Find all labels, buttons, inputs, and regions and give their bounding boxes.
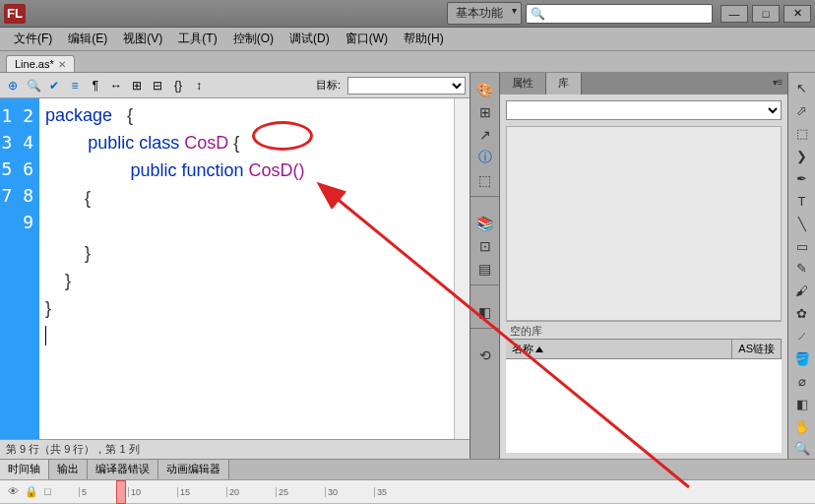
tab-output[interactable]: 输出: [49, 460, 88, 479]
tab-library[interactable]: 库: [546, 73, 582, 94]
tools-panel: ↖ ⬀ ⬚ ❯ ✒ T ╲ ▭ ✎ 🖌 ✿ ⟋ 🪣 ⌀ ◧ ✋ 🔍: [787, 73, 815, 459]
zoom-tool-icon[interactable]: 🔍: [791, 439, 813, 459]
menu-help[interactable]: 帮助(H): [396, 28, 452, 50]
eyedropper-tool-icon[interactable]: ⌀: [791, 371, 813, 391]
tab-properties[interactable]: 属性: [500, 73, 546, 94]
menu-view[interactable]: 视图(V): [115, 28, 170, 50]
outline-icon[interactable]: □: [44, 485, 51, 498]
components-icon[interactable]: ⊡: [474, 235, 496, 257]
maximize-button[interactable]: □: [752, 5, 780, 23]
align-icon[interactable]: ⊞: [474, 101, 496, 123]
menu-window[interactable]: 窗口(W): [338, 28, 396, 50]
goto-icon[interactable]: ↔: [107, 77, 125, 94]
menu-edit[interactable]: 编辑(E): [60, 28, 115, 50]
panel-menu-icon[interactable]: ▾≡: [768, 73, 787, 94]
text-tool-icon[interactable]: T: [791, 191, 813, 211]
find-icon[interactable]: 🔍: [25, 77, 42, 94]
workspace-dropdown[interactable]: 基本功能: [447, 2, 522, 25]
book-icon[interactable]: ⊞: [128, 77, 146, 94]
tab-motion-editor[interactable]: 动画编辑器: [158, 460, 229, 479]
color-icon[interactable]: ◧: [474, 301, 496, 323]
line-gutter: 1 2 3 4 5 6 7 8 9: [0, 98, 39, 439]
check-icon[interactable]: ✔: [45, 77, 63, 94]
close-tab-icon[interactable]: ✕: [58, 59, 66, 70]
eraser-tool-icon[interactable]: ◧: [791, 394, 813, 413]
collapse-icon[interactable]: {}: [169, 77, 187, 94]
library-preview: [506, 126, 782, 321]
dock-column: 🎨 ⊞ ↗ ⓘ ⬚ 📚 ⊡ ▤ ◧ ⟲: [470, 73, 500, 459]
library-dropdown[interactable]: [506, 100, 782, 120]
add-icon[interactable]: ⊕: [4, 77, 22, 94]
code-editor[interactable]: package { public class CosD { public fun…: [39, 98, 454, 439]
annotation-circle: [252, 121, 313, 151]
col-aslink[interactable]: AS链接: [732, 340, 782, 358]
format-icon[interactable]: ≡: [66, 77, 84, 94]
scrollbar-vertical[interactable]: [454, 98, 470, 439]
debug-icon[interactable]: ⊟: [149, 77, 166, 94]
library-status: 空的库: [506, 321, 782, 339]
close-button[interactable]: ✕: [784, 5, 811, 23]
brush-tool-icon[interactable]: 🖌: [791, 282, 813, 301]
free-transform-tool-icon[interactable]: ⬚: [791, 124, 813, 144]
lock-icon[interactable]: 🔒: [25, 485, 38, 498]
info-icon[interactable]: ⓘ: [474, 147, 496, 168]
target-select[interactable]: [347, 77, 466, 94]
selection-tool-icon[interactable]: ↖: [791, 79, 813, 98]
file-tab-label: Line.as*: [15, 58, 54, 70]
deco-tool-icon[interactable]: ✿: [791, 304, 813, 324]
tab-timeline[interactable]: 时间轴: [0, 460, 49, 479]
tab-compiler-errors[interactable]: 编译器错误: [88, 460, 158, 479]
hand-tool-icon[interactable]: ✋: [791, 416, 813, 436]
timeline-ruler[interactable]: 👁 🔒 □ 5 10 15 20 25 30 35: [0, 479, 815, 503]
history-icon[interactable]: ⟲: [474, 345, 496, 366]
library-icon[interactable]: 📚: [474, 213, 496, 234]
minimize-button[interactable]: —: [721, 5, 748, 23]
line-tool-icon[interactable]: ╲: [791, 214, 813, 233]
app-icon: FL: [4, 4, 26, 24]
subselect-tool-icon[interactable]: ⬀: [791, 101, 813, 121]
menu-debug[interactable]: 调试(D): [282, 28, 338, 50]
file-tab[interactable]: Line.as* ✕: [6, 55, 75, 72]
expand-icon[interactable]: ↕: [190, 77, 208, 94]
caret: [45, 326, 46, 346]
menu-file[interactable]: 文件(F): [6, 28, 60, 50]
pencil-tool-icon[interactable]: ✎: [791, 259, 813, 279]
statusbar: 第 9 行（共 9 行），第 1 列: [0, 439, 470, 459]
playhead[interactable]: [116, 480, 126, 504]
menu-control[interactable]: 控制(O): [225, 28, 282, 50]
pen-tool-icon[interactable]: ✒: [791, 169, 813, 189]
rect-tool-icon[interactable]: ▭: [791, 236, 813, 256]
search-input[interactable]: [526, 4, 713, 24]
bucket-tool-icon[interactable]: 🪣: [791, 349, 813, 369]
transform-icon[interactable]: ↗: [474, 124, 496, 146]
swatches-icon[interactable]: 🎨: [474, 79, 496, 100]
lasso-tool-icon[interactable]: ❯: [791, 147, 813, 166]
target-label: 目标:: [316, 78, 341, 93]
col-name[interactable]: 名称: [506, 340, 732, 358]
bounds-icon[interactable]: ⬚: [474, 169, 496, 191]
menu-tools[interactable]: 工具(T): [170, 28, 224, 50]
library-list[interactable]: [506, 358, 782, 453]
bone-tool-icon[interactable]: ⟋: [791, 327, 813, 346]
eye-icon[interactable]: 👁: [8, 485, 19, 498]
hint-icon[interactable]: ¶: [87, 77, 104, 94]
video-icon[interactable]: ▤: [474, 258, 496, 280]
